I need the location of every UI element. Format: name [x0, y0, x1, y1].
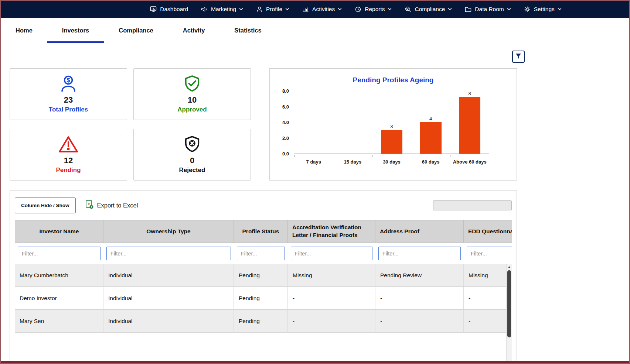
vertical-scrollbar[interactable]: ▲ [506, 264, 512, 363]
scrollbar-thumb[interactable] [507, 270, 511, 337]
column-header-investor-name[interactable]: Investor Name [15, 220, 103, 243]
horizontal-scrollbar[interactable] [1, 361, 629, 363]
cell-accreditation: - [288, 287, 375, 310]
page-content: $ 23 Total Profiles 10 Approved 12 Pendi… [1, 43, 629, 363]
cell-address-proof: Pending Review [375, 264, 464, 287]
cell-edd: - [464, 287, 512, 310]
column-hide-show-button[interactable]: Column Hide / Show [15, 198, 76, 213]
excel-icon: x [85, 200, 93, 211]
nav-item-marketing[interactable]: Marketing [201, 6, 243, 13]
filter-input-investor-name[interactable] [18, 247, 101, 260]
filter-button[interactable] [512, 51, 525, 63]
nav-item-compliance[interactable]: Compliance [404, 6, 452, 13]
pie-chart-icon [354, 6, 362, 13]
tab-investors[interactable]: Investors [47, 18, 104, 43]
chevron-down-icon [388, 8, 392, 11]
y-tick-label: 4.0 [282, 120, 289, 125]
chevron-down-icon [338, 8, 342, 11]
warning-icon [58, 135, 78, 155]
tab-activity[interactable]: Activity [168, 18, 220, 43]
filter-input-profile-status[interactable] [237, 247, 285, 260]
table-row[interactable]: Demo Investor Individual Pending - - - [15, 287, 512, 310]
bar-chart-icon [302, 6, 309, 13]
card-value: 10 [188, 95, 197, 105]
card-approved: 10 Approved [133, 68, 251, 120]
chevron-down-icon [448, 8, 452, 11]
cell-ownership-type: Individual [103, 264, 234, 287]
card-rejected: 0 Rejected [133, 129, 251, 181]
nav-item-reports[interactable]: Reports [354, 6, 392, 13]
nav-label: Dashboard [160, 6, 188, 13]
funnel-icon [515, 53, 522, 61]
chart-bar [420, 122, 442, 154]
chart-bar [381, 130, 402, 154]
app-window: Dashboard Marketing Profile Activities R… [0, 0, 630, 364]
nav-item-data-room[interactable]: Data Room [464, 6, 511, 13]
y-tick-label: 0.0 [282, 151, 289, 157]
nav-label: Profile [266, 6, 282, 13]
chart-bars: 7 days15 days330 days460 days8Above 60 d… [294, 91, 489, 154]
column-header-edd-questionnaire[interactable]: EDD Questionnaire [464, 220, 512, 243]
y-tick-label: 8.0 [282, 88, 289, 94]
nav-label: Compliance [415, 6, 445, 13]
table-header-row: Investor Name Ownership Type Profile Sta… [15, 220, 512, 243]
card-label: Rejected [179, 166, 205, 174]
cell-edd: Missing [464, 264, 512, 287]
stat-cards: $ 23 Total Profiles 10 Approved 12 Pendi… [10, 68, 251, 181]
filter-input-edd-questionnaire[interactable] [467, 247, 512, 260]
filter-input-address-proof[interactable] [378, 247, 461, 260]
column-header-profile-status[interactable]: Profile Status [234, 220, 288, 243]
scrollbar-up-arrow[interactable]: ▲ [507, 264, 512, 269]
card-value: 0 [190, 156, 194, 165]
cell-investor-name: Demo Investor [15, 287, 103, 310]
card-label: Approved [177, 106, 207, 113]
svg-text:x: x [88, 202, 89, 206]
tab-bar: Home Investors Compliance Activity Stati… [1, 18, 629, 43]
nav-label: Activities [312, 6, 335, 13]
dashboard-icon [150, 6, 157, 13]
cell-profile-status: Pending [234, 287, 288, 310]
nav-label: Marketing [211, 6, 236, 13]
tab-home[interactable]: Home [1, 18, 47, 43]
cell-ownership-type: Individual [103, 310, 234, 333]
column-header-accreditation[interactable]: Accreditation Verification Letter / Fina… [288, 220, 375, 243]
nav-item-settings[interactable]: Settings [524, 6, 562, 13]
chart-bar-group: 460 days [411, 91, 450, 154]
table-filter-row [15, 243, 512, 264]
card-value: 23 [64, 95, 73, 105]
table-row[interactable]: Mary Sen Individual Pending - - - [15, 310, 512, 333]
nav-item-dashboard[interactable]: Dashboard [150, 6, 188, 13]
column-header-ownership-type[interactable]: Ownership Type [103, 220, 234, 243]
shield-x-icon [184, 135, 201, 155]
chevron-down-icon [239, 8, 243, 11]
nav-item-profile[interactable]: Profile [256, 6, 289, 13]
cell-investor-name: Mary Sen [15, 310, 103, 333]
export-to-excel-button[interactable]: x Export to Excel [85, 200, 138, 211]
magnifier-gear-icon [404, 6, 412, 13]
cell-investor-name: Mary Cumberbatch [15, 264, 103, 287]
chart-bar-group: 15 days [333, 91, 372, 154]
table-search-input[interactable] [433, 200, 512, 210]
x-category-label: Above 60 days [442, 159, 497, 165]
folder-icon [464, 6, 472, 13]
chevron-down-icon [285, 8, 289, 11]
table-row[interactable]: Mary Cumberbatch Individual Pending Miss… [15, 264, 512, 287]
chart-plot-area: 0.02.04.06.08.0 7 days15 days330 days460… [294, 91, 489, 154]
filter-input-ownership-type[interactable] [106, 247, 231, 260]
nav-label: Settings [534, 6, 555, 13]
chart-y-axis: 0.02.04.06.08.0 [277, 91, 291, 154]
bar-value-label: 4 [429, 116, 432, 121]
gear-icon [524, 6, 531, 13]
profiles-icon: $ [59, 75, 78, 94]
tab-statistics[interactable]: Statistics [219, 18, 276, 43]
cell-ownership-type: Individual [103, 287, 234, 310]
cell-address-proof: - [375, 310, 464, 333]
card-total-profiles: $ 23 Total Profiles [10, 68, 127, 120]
y-tick-label: 2.0 [282, 135, 289, 141]
tab-compliance[interactable]: Compliance [104, 18, 168, 43]
column-header-address-proof[interactable]: Address Proof [375, 220, 464, 243]
nav-item-activities[interactable]: Activities [302, 6, 342, 13]
filter-input-accreditation[interactable] [291, 247, 372, 260]
svg-text:$: $ [67, 77, 70, 84]
card-label: Total Profiles [49, 106, 88, 113]
